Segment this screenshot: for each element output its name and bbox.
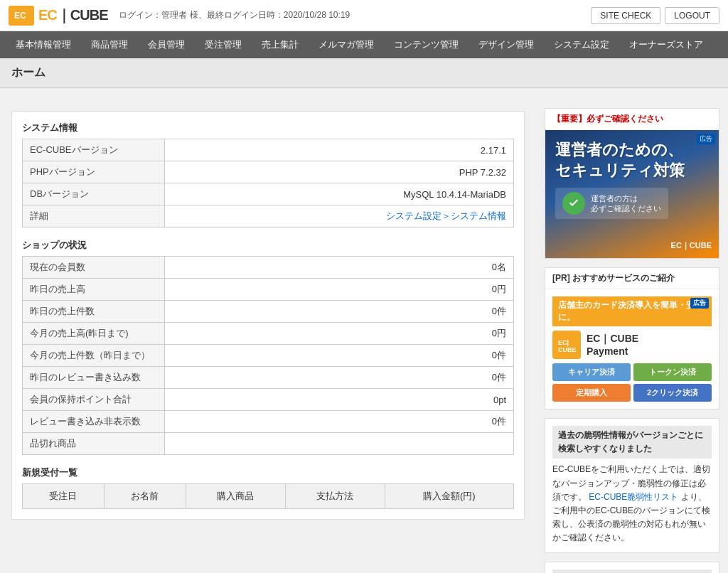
info-label: EC-CUBEバージョン xyxy=(23,139,165,161)
new-orders-title: 新規受付一覧 xyxy=(22,466,514,479)
two-click-btn[interactable]: 2クリック決済 xyxy=(633,384,712,402)
pr-title: [PR] おすすめサービスのご紹介 xyxy=(545,268,719,289)
ad-logo: EC｜CUBE xyxy=(671,239,712,251)
svg-text:EC: EC xyxy=(14,11,26,21)
shop-label: 現在の会員数 xyxy=(23,257,165,279)
ec-cube-payment-icon: EC| CUBE xyxy=(552,331,581,359)
table-row: 昨日のレビュー書き込み数0件 xyxy=(23,367,514,389)
shop-value: 0件 xyxy=(165,301,514,323)
ad-banner-text: 運営者のための、セキュリティ対策 xyxy=(555,140,685,181)
shop-value: 0件 xyxy=(165,367,514,389)
nav-item-受注管理[interactable]: 受注管理 xyxy=(195,31,252,58)
logo-area: EC EC｜CUBE xyxy=(9,6,107,26)
shop-status-table: 現在の会員数0名昨日の売上高0円昨日の売上件数0件今月の売上高(昨日まで)0円今… xyxy=(22,256,514,455)
nav-item-コンテンツ管理[interactable]: コンテンツ管理 xyxy=(384,31,469,58)
content-wrapper: システム情報 EC-CUBEバージョン2.17.1PHPバージョンPHP 7.2… xyxy=(0,100,728,573)
logo-icon: EC xyxy=(9,6,34,26)
system-info-title: システム情報 xyxy=(22,122,514,134)
orders-col-header: 購入商品 xyxy=(186,484,285,509)
nav-item-売上集計[interactable]: 売上集計 xyxy=(252,31,309,58)
subscription-btn[interactable]: 定期購入 xyxy=(552,384,631,402)
shop-label: 今月の売上件数（昨日まで） xyxy=(23,345,165,367)
nav-item-商品管理[interactable]: 商品管理 xyxy=(81,31,138,58)
table-row: 昨日の売上高0円 xyxy=(23,279,514,301)
nav-item-基本情報管理[interactable]: 基本情報管理 xyxy=(6,31,81,58)
shop-value xyxy=(165,433,514,455)
orders-col-header: お名前 xyxy=(104,484,186,509)
nav-item-メルマガ管理[interactable]: メルマガ管理 xyxy=(309,31,384,58)
newsletter-section: EC-CUBE公式メールマガジンのご案内 EC-CUBEの最新ニュース・セミナー… xyxy=(545,562,719,574)
ad-banner-1[interactable]: 広告 運営者のための、セキュリティ対策 運営者の方は必ずご確認ください EC｜C… xyxy=(545,130,719,258)
shop-value: 0円 xyxy=(165,323,514,345)
header-right: SITE CHECK LOGOUT xyxy=(591,7,719,24)
important-title: 【重要】必ずご確認ください xyxy=(545,109,719,130)
payment-banner: 店舗主のカード決済導入を簡単・安心に。 広告 EC| CUBE EC｜CUBEP… xyxy=(545,289,719,409)
shop-label: 昨日のレビュー書き込み数 xyxy=(23,367,165,389)
shop-label: 昨日の売上件数 xyxy=(23,301,165,323)
shop-value: 0件 xyxy=(165,345,514,367)
system-info-table: EC-CUBEバージョン2.17.1PHPバージョンPHP 7.2.32DBバー… xyxy=(22,139,514,227)
shop-label: 今月の売上高(昨日まで) xyxy=(23,323,165,345)
shop-label: 品切れ商品 xyxy=(23,433,165,455)
ad-badge2: 広告 xyxy=(690,298,709,309)
nav-item-システム設定[interactable]: システム設定 xyxy=(544,31,619,58)
navigation: 基本情報管理商品管理会員管理受注管理売上集計メルマガ管理コンテンツ管理デザイン管… xyxy=(0,31,728,58)
vulnerability-section: 過去の脆弱性情報がバージョンごとに検索しやすくなりました EC-CUBEをご利用… xyxy=(545,419,719,552)
newsletter-box: EC-CUBE公式メールマガジンのご案内 EC-CUBEの最新ニュース・セミナー… xyxy=(545,562,719,574)
site-check-button[interactable]: SITE CHECK xyxy=(591,7,660,24)
logout-button[interactable]: LOGOUT xyxy=(665,7,719,24)
shop-label: 会員の保持ポイント合計 xyxy=(23,389,165,411)
new-orders-table: 受注日お名前購入商品支払方法購入金額(円) xyxy=(22,483,514,509)
svg-text:EC|: EC| xyxy=(558,339,569,346)
shop-label: レビュー書き込み非表示数 xyxy=(23,411,165,433)
shop-value: 0名 xyxy=(165,257,514,279)
vulnerability-text: EC-CUBEをご利用いただく上では、適切なバージョンアップ・脆弱性の修正は必須… xyxy=(552,463,712,545)
payment-buttons: キャリア決済 トークン決済 定期購入 2クリック決済 xyxy=(552,363,712,402)
pr-box: [PR] おすすめサービスのご紹介 店舗主のカード決済導入を簡単・安心に。 広告… xyxy=(545,267,719,409)
table-row: 会員の保持ポイント合計0pt xyxy=(23,389,514,411)
page-title-bar: ホーム xyxy=(0,58,728,88)
vulnerability-link[interactable]: EC-CUBE脆弱性リスト xyxy=(589,492,678,502)
logo-text: EC｜CUBE xyxy=(38,6,107,25)
table-row: 昨日の売上件数0件 xyxy=(23,301,514,323)
system-detail-link[interactable]: システム設定＞システム情報 xyxy=(386,210,506,221)
main-content: システム情報 EC-CUBEバージョン2.17.1PHPバージョンPHP 7.2… xyxy=(0,100,536,573)
table-row: 詳細システム設定＞システム情報 xyxy=(23,205,514,227)
vulnerability-box: 過去の脆弱性情報がバージョンごとに検索しやすくなりました EC-CUBEをご利用… xyxy=(545,418,719,553)
token-btn[interactable]: トークン決済 xyxy=(633,363,712,381)
orders-col-header: 受注日 xyxy=(23,484,105,509)
orders-header-row: 受注日お名前購入商品支払方法購入金額(円) xyxy=(23,484,514,509)
sidebar: 【重要】必ずご確認ください 広告 運営者のための、セキュリティ対策 運営者の方は… xyxy=(536,100,728,573)
shop-value: 0件 xyxy=(165,411,514,433)
main-inner: システム情報 EC-CUBEバージョン2.17.1PHPバージョンPHP 7.2… xyxy=(11,111,525,520)
table-row: レビュー書き込み非表示数0件 xyxy=(23,411,514,433)
nav-item-オーナーズストア[interactable]: オーナーズストア xyxy=(619,31,713,58)
table-row: 今月の売上件数（昨日まで）0件 xyxy=(23,345,514,367)
carrier-btn[interactable]: キャリア決済 xyxy=(552,363,631,381)
header: EC EC｜CUBE ログイン：管理者 様、最終ログイン日時：2020/10/2… xyxy=(0,0,728,31)
svg-text:CUBE: CUBE xyxy=(558,346,577,353)
vulnerability-title: 過去の脆弱性情報がバージョンごとに検索しやすくなりました xyxy=(552,426,712,459)
table-row: 品切れ商品 xyxy=(23,433,514,455)
shop-value: 0円 xyxy=(165,279,514,301)
info-label: PHPバージョン xyxy=(23,161,165,183)
nav-item-デザイン管理[interactable]: デザイン管理 xyxy=(469,31,544,58)
shop-label: 昨日の売上高 xyxy=(23,279,165,301)
shop-status-title: ショップの状況 xyxy=(22,239,514,252)
info-value: 2.17.1 xyxy=(165,139,514,161)
table-row: DBバージョンMySQL 10.4.14-MariaDB xyxy=(23,183,514,205)
info-value[interactable]: システム設定＞システム情報 xyxy=(165,205,514,227)
ad-badge: 広告 xyxy=(697,134,715,144)
header-left: EC EC｜CUBE ログイン：管理者 様、最終ログイン日時：2020/10/2… xyxy=(9,6,350,26)
info-label: 詳細 xyxy=(23,205,165,227)
table-row: 今月の売上高(昨日まで)0円 xyxy=(23,323,514,345)
login-info: ログイン：管理者 様、最終ログイン日時：2020/10/28 10:19 xyxy=(119,9,350,21)
payment-title: EC｜CUBEPayment xyxy=(587,332,638,358)
info-label: DBバージョン xyxy=(23,183,165,205)
payment-logo-area: EC| CUBE EC｜CUBEPayment xyxy=(552,331,712,359)
page-title: ホーム xyxy=(11,66,46,78)
orders-col-header: 支払方法 xyxy=(285,484,385,509)
info-value: MySQL 10.4.14-MariaDB xyxy=(165,183,514,205)
important-box: 【重要】必ずご確認ください 広告 運営者のための、セキュリティ対策 運営者の方は… xyxy=(545,108,719,259)
nav-item-会員管理[interactable]: 会員管理 xyxy=(138,31,195,58)
